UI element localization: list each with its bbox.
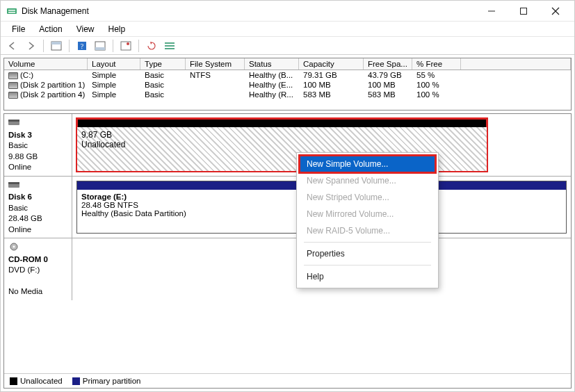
toolbar-separator [69,40,70,52]
toolbar-settings[interactable] [118,39,133,53]
ctx-separator [304,265,431,266]
disk-title: CD-ROM 0 [8,254,67,266]
ctx-new-spanned-volume: New Spanned Volume... [297,172,438,189]
volume-status: Healthy (E... [245,80,299,90]
svg-rect-0 [7,8,17,14]
header-type[interactable]: Type [140,58,186,70]
menu-view[interactable]: View [70,23,102,35]
volume-row[interactable]: (C:) Simple Basic NTFS Healthy (B... 79.… [4,70,571,80]
header-status[interactable]: Status [245,58,299,70]
svg-rect-17 [165,48,175,49]
disk-info[interactable]: Disk 3 Basic 9.88 GB Online [4,114,72,176]
disk-title: Disk 6 [8,192,67,203]
svg-rect-21 [8,182,19,184]
svg-rect-4 [521,8,527,14]
cdrom-state: No Media [8,287,42,295]
partition-status: Healthy (Basic Data Partition) [81,209,186,218]
graphical-fill [4,300,571,373]
volume-fs: NTFS [186,70,245,80]
forward-button[interactable] [23,39,38,53]
disk-management-window: Disk Management File Action View Help ? … [0,0,575,392]
header-capacity[interactable]: Capacity [299,58,364,70]
graphical-view: Disk 3 Basic 9.88 GB Online 9.87 GB Unal… [3,113,572,389]
volume-type: Basic [140,70,186,80]
volume-free: 583 MB [364,90,412,99]
volume-row[interactable]: (Disk 2 partition 1) Simple Basic Health… [4,80,571,90]
svg-rect-8 [51,42,61,44]
volume-pfree: 100 % [412,90,461,99]
toolbar-view-bottom[interactable] [92,39,108,53]
unalloc-size: 9.87 GB [81,130,483,140]
ctx-new-mirrored-volume: New Mirrored Volume... [297,206,438,222]
volume-capacity: 583 MB [299,90,364,99]
ctx-new-simple-volume[interactable]: New Simple Volume... [300,156,435,172]
disk-row-disk6: Disk 6 Basic 28.48 GB Online Storage (E:… [4,177,571,239]
legend: Unallocated Primary partition [4,373,571,388]
legend-unallocated: Unallocated [20,377,63,385]
partition-detail: 28.48 GB NTFS [81,201,138,209]
close-button[interactable] [540,1,572,21]
volume-free: 43.79 GB [364,70,412,80]
disk-size: 9.88 GB [8,152,38,161]
header-freespace[interactable]: Free Spa... [364,58,412,70]
menu-file[interactable]: File [5,23,32,35]
volume-layout: Simple [88,90,140,99]
legend-swatch-unallocated [10,377,17,385]
minimize-button[interactable] [476,1,508,21]
volume-name: (Disk 2 partition 4) [20,90,85,99]
context-menu: New Simple Volume... New Spanned Volume.… [296,152,439,288]
unalloc-label: Unallocated [81,140,483,149]
disk-row-disk3: Disk 3 Basic 9.88 GB Online 9.87 GB Unal… [4,114,571,177]
menu-help[interactable]: Help [102,23,133,35]
volume-pfree: 55 % [412,70,461,80]
header-filesystem[interactable]: File System [186,58,245,70]
svg-rect-1 [8,10,15,11]
volume-icon [8,72,18,79]
disk-type: Basic [8,204,28,212]
disk-info[interactable]: CD-ROM 0 DVD (F:) No Media [4,238,72,300]
header-percent-free[interactable]: % Free [412,58,461,70]
volume-name: (Disk 2 partition 1) [20,81,85,89]
svg-rect-19 [8,120,19,122]
svg-rect-15 [165,42,175,44]
menu-action[interactable]: Action [32,23,69,35]
volume-status: Healthy (B... [245,70,299,80]
ctx-new-striped-volume: New Striped Volume... [297,189,438,206]
app-icon [6,6,17,17]
ctx-help[interactable]: Help [297,268,438,285]
disk-title: Disk 3 [8,130,67,141]
header-volume[interactable]: Volume [4,58,88,70]
maximize-button[interactable] [508,1,540,21]
volume-type: Basic [140,90,186,99]
volume-pfree: 100 % [412,80,461,90]
volume-row[interactable]: (Disk 2 partition 4) Simple Basic Health… [4,90,571,99]
toolbar-separator [138,40,139,52]
svg-point-23 [13,246,15,248]
volume-fs [186,80,245,90]
disk-type: Basic [8,141,28,149]
svg-point-14 [127,42,129,45]
svg-rect-2 [8,12,15,13]
toolbar-view-top[interactable] [49,39,64,53]
disk-state: Online [8,225,31,234]
toolbar: ? [1,37,574,55]
back-button[interactable] [5,39,20,53]
volume-capacity: 100 MB [299,80,364,90]
volume-free: 100 MB [364,80,412,90]
header-layout[interactable]: Layout [88,58,140,70]
toolbar-refresh[interactable] [144,39,159,53]
legend-primary: Primary partition [83,377,141,385]
ctx-properties[interactable]: Properties [297,245,438,262]
titlebar[interactable]: Disk Management [1,1,574,22]
window-title: Disk Management [22,6,476,16]
cdrom-icon [8,243,19,251]
volume-status: Healthy (R... [245,90,299,99]
column-headers: Volume Layout Type File System Status Ca… [4,58,571,70]
help-button[interactable]: ? [74,39,90,53]
toolbar-list[interactable] [162,39,177,53]
disk-size: 28.48 GB [8,214,42,222]
volume-list[interactable]: Volume Layout Type File System Status Ca… [3,58,572,111]
partition-name: Storage (E:) [81,193,127,201]
volume-color-bar [77,119,487,127]
disk-info[interactable]: Disk 6 Basic 28.48 GB Online [4,177,72,238]
